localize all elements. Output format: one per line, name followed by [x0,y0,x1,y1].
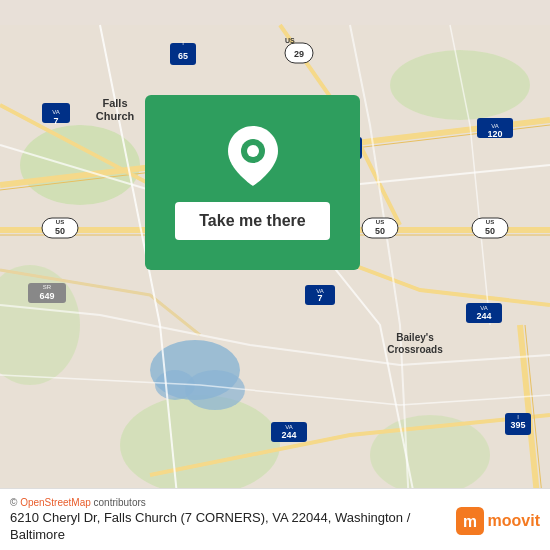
address-block: © OpenStreetMap contributors 6210 Cheryl… [10,497,446,544]
svg-text:65: 65 [178,51,188,61]
take-me-there-button[interactable]: Take me there [175,202,329,240]
svg-text:244: 244 [476,311,491,321]
svg-text:7: 7 [317,293,322,303]
svg-point-2 [390,50,530,120]
svg-text:29: 29 [294,49,304,59]
svg-text:244: 244 [281,430,296,440]
svg-text:395: 395 [510,420,525,430]
svg-text:50: 50 [485,226,495,236]
osm-link[interactable]: OpenStreetMap [20,497,91,508]
map-container: 65 I US 29 VA 7 66 I 66 VA 120 US 50 US … [0,0,550,550]
osm-contributors: contributors [94,497,146,508]
svg-text:7: 7 [53,116,58,126]
svg-text:m: m [463,513,477,530]
osm-copyright: © [10,497,17,508]
svg-text:US: US [376,219,384,225]
svg-text:50: 50 [55,226,65,236]
map-background: 65 I US 29 VA 7 66 I 66 VA 120 US 50 US … [0,0,550,550]
svg-text:Falls: Falls [102,97,127,109]
svg-text:Church: Church [96,110,135,122]
moovit-icon: m [456,507,484,535]
moovit-text: moovit [488,512,540,530]
svg-text:SR: SR [43,284,52,290]
location-overlay: Take me there [145,95,360,270]
osm-attribution: © OpenStreetMap contributors [10,497,446,508]
svg-point-7 [185,370,245,410]
svg-text:Bailey's: Bailey's [396,332,434,343]
svg-text:Crossroads: Crossroads [387,344,443,355]
svg-point-55 [247,145,259,157]
svg-text:120: 120 [487,129,502,139]
moovit-logo: m moovit [456,507,540,535]
svg-text:VA: VA [52,109,60,115]
svg-text:US: US [56,219,64,225]
svg-text:649: 649 [39,291,54,301]
svg-point-4 [120,395,280,495]
svg-text:50: 50 [375,226,385,236]
svg-text:US: US [285,37,295,44]
address-text: 6210 Cheryl Dr, Falls Church (7 CORNERS)… [10,510,446,544]
info-bar: © OpenStreetMap contributors 6210 Cheryl… [0,488,550,550]
svg-text:US: US [486,219,494,225]
location-pin-icon [228,126,278,186]
